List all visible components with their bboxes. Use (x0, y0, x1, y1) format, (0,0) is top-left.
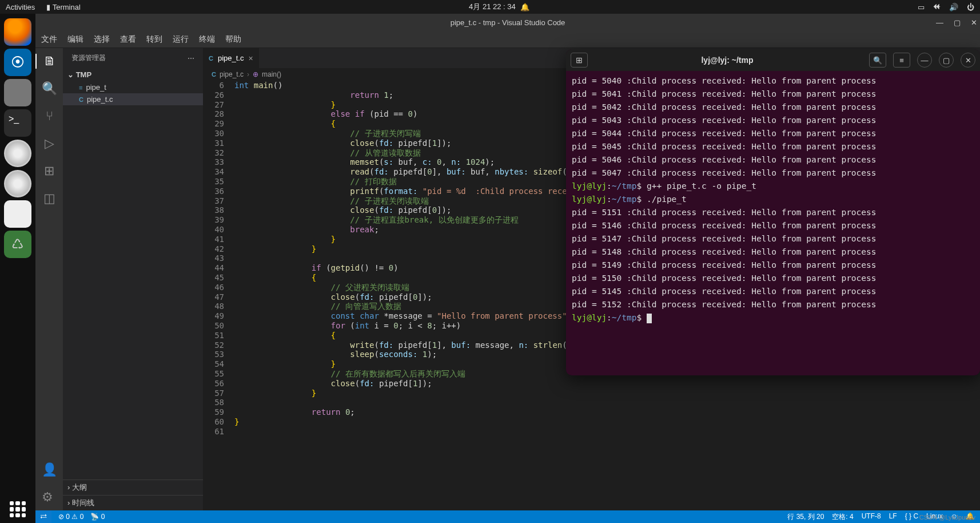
terminal-title: lyj@lyj: ~/tmp (592, 56, 862, 65)
activity-scm-icon[interactable]: ⑂ (46, 109, 53, 124)
explorer-title: 资源管理器 (71, 53, 106, 63)
dock-apps-grid[interactable] (4, 496, 31, 523)
c-file-icon: C (212, 71, 216, 78)
explorer-more-icon[interactable]: ⋯ (188, 54, 194, 62)
terminal-headerbar[interactable]: ⊞ lyj@lyj: ~/tmp 🔍 ≡ — ▢ ✕ (566, 49, 980, 71)
dock-terminal[interactable] (4, 109, 31, 137)
gnome-topbar: Activities ▮ Terminal 4月 21 22 : 34 🔔 ▭ … (0, 0, 980, 14)
activity-debug-icon[interactable]: ▷ (45, 136, 54, 151)
dock-firefox[interactable] (4, 18, 31, 46)
activity-explorer-icon[interactable]: 🗎 (35, 54, 63, 69)
menu-帮助[interactable]: 帮助 (225, 34, 241, 45)
notifications-icon[interactable]: 🔔 (520, 3, 529, 11)
activities-button[interactable]: Activities (6, 3, 35, 11)
c-file-icon: C (209, 55, 213, 62)
activity-remote-icon[interactable]: ◫ (43, 191, 55, 206)
power-icon[interactable]: ⏻ (967, 3, 974, 11)
activity-search-icon[interactable]: 🔍 (42, 81, 57, 96)
timeline-section[interactable]: 时间线 (63, 495, 203, 510)
dock-files[interactable] (4, 79, 31, 106)
status-eol[interactable]: LF (889, 512, 897, 522)
clock[interactable]: 4月 21 22 : 34 (469, 2, 516, 12)
window-minimize[interactable]: — (936, 18, 943, 27)
activity-settings-icon[interactable]: ⚙ (42, 490, 57, 505)
status-lang[interactable]: { } C (905, 512, 918, 522)
terminal-minimize[interactable]: — (917, 53, 932, 68)
network-icon[interactable]: ⯬ (933, 3, 941, 11)
terminal-search-icon[interactable]: 🔍 (869, 53, 886, 68)
status-cursor[interactable]: 行 35, 列 20 (787, 512, 824, 522)
dock-disc-2[interactable] (4, 170, 31, 197)
file-pipe_t[interactable]: ≡pipe_t (63, 81, 203, 93)
app-menu[interactable]: ▮ Terminal (46, 3, 81, 11)
tab-close-icon[interactable]: × (249, 54, 253, 63)
explorer-sidebar: 资源管理器 ⋯ TMP ≡pipe_tCpipe_t.c 大纲 时间线 (63, 48, 203, 510)
status-encoding[interactable]: UTF-8 (862, 512, 881, 522)
watermark: CSDN @LyaJpunov (919, 514, 975, 521)
outline-section[interactable]: 大纲 (63, 480, 203, 495)
dock-vscode[interactable]: ⦿ (4, 49, 31, 76)
menu-查看[interactable]: 查看 (120, 34, 136, 45)
menubar: 文件编辑选择查看转到运行终端帮助 (35, 31, 980, 48)
terminal-output[interactable]: pid = 5040 :Child process received: Hell… (566, 71, 980, 375)
volume-icon[interactable]: 🔊 (949, 3, 958, 11)
menu-转到[interactable]: 转到 (146, 34, 162, 45)
menu-终端[interactable]: 终端 (199, 34, 215, 45)
activity-bar: 🗎 🔍 ⑂ ▷ ⊞ ◫ 👤 ⚙ (35, 48, 63, 510)
status-ports[interactable]: 📡 0 (90, 513, 105, 521)
status-spaces[interactable]: 空格: 4 (832, 512, 853, 522)
activity-account-icon[interactable]: 👤 (42, 462, 57, 477)
menu-运行[interactable]: 运行 (173, 34, 189, 45)
dock: ⦿ ♺ (0, 14, 35, 523)
window-titlebar[interactable]: pipe_t.c - tmp - Visual Studio Code — ▢ … (35, 14, 980, 31)
terminal-menu-icon[interactable]: ≡ (893, 53, 910, 68)
gnome-terminal-window[interactable]: ⊞ lyj@lyj: ~/tmp 🔍 ≡ — ▢ ✕ pid = 5040 :C… (566, 49, 980, 375)
remote-indicator[interactable]: ⮂ (35, 510, 51, 523)
dock-trash[interactable]: ♺ (4, 231, 31, 258)
window-title: pipe_t.c - tmp - Visual Studio Code (451, 18, 565, 27)
dock-disc-1[interactable] (4, 140, 31, 167)
terminal-maximize[interactable]: ▢ (939, 53, 954, 68)
statusbar: ⮂ ⊘ 0 ⚠ 0 📡 0 行 35, 列 20 空格: 4 UTF-8 LF … (35, 510, 980, 523)
menu-文件[interactable]: 文件 (41, 34, 57, 45)
file-pipe_t.c[interactable]: Cpipe_t.c (63, 93, 203, 105)
status-problems[interactable]: ⊘ 0 ⚠ 0 (58, 513, 83, 521)
dock-text-editor[interactable] (4, 200, 31, 228)
window-close[interactable]: ✕ (971, 18, 977, 27)
activity-extensions-icon[interactable]: ⊞ (44, 164, 54, 179)
folder-root[interactable]: TMP (63, 68, 203, 81)
tab-pipe-t-c[interactable]: C pipe_t.c × (203, 48, 260, 68)
menu-编辑[interactable]: 编辑 (67, 34, 83, 45)
terminal-new-tab-button[interactable]: ⊞ (571, 53, 588, 68)
screen-icon[interactable]: ▭ (918, 3, 925, 11)
window-maximize[interactable]: ▢ (954, 18, 961, 27)
terminal-close[interactable]: ✕ (961, 53, 975, 68)
menu-选择[interactable]: 选择 (94, 34, 110, 45)
